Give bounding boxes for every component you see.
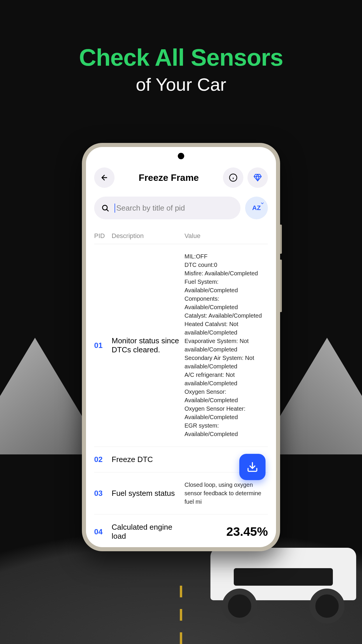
premium-button[interactable] (247, 167, 268, 188)
row-value: Closed loop, using oxygen sensor feedbac… (184, 481, 268, 506)
sort-az-icon: AZ (252, 204, 261, 212)
download-fab[interactable] (239, 454, 266, 480)
camera-dot (178, 153, 184, 159)
table-row[interactable]: 03 Fuel system status Closed loop, using… (94, 473, 268, 514)
table-row[interactable]: 01 Monitor status since DTCs cleared. MI… (94, 244, 268, 447)
phone-side-button (280, 260, 282, 312)
row-value: 23.45% (184, 523, 268, 541)
diamond-icon (253, 173, 262, 182)
row-value: MIL:OFF DTC count:0 Misfire: Available/C… (184, 252, 268, 438)
table-row[interactable]: 04 Calculated engine load 23.45% (94, 514, 268, 547)
pid-table: PID Description Value 01 Monitor status … (86, 225, 276, 547)
row-description: Freeze DTC (112, 455, 184, 464)
table-header: PID Description Value (94, 228, 268, 244)
headline-main: Check All Sensors (0, 44, 362, 71)
phone-screen: Freeze Frame Search by title of pid AZ (86, 147, 276, 547)
row-pid: 02 (94, 455, 112, 464)
header-pid: PID (94, 232, 112, 240)
screen-title: Freeze Frame (139, 172, 199, 183)
headline-sub: of Your Car (0, 74, 362, 95)
row-pid: 04 (94, 527, 112, 536)
search-placeholder: Search by title of pid (115, 204, 185, 213)
header-value: Value (184, 232, 268, 240)
search-row: Search by title of pid AZ (86, 194, 276, 225)
row-pid: 01 (94, 341, 112, 350)
back-button[interactable] (94, 167, 115, 188)
headline: Check All Sensors of Your Car (0, 0, 362, 95)
phone-frame: Freeze Frame Search by title of pid AZ (82, 143, 280, 551)
search-icon (101, 204, 109, 212)
arrow-left-icon (100, 174, 108, 182)
sort-button[interactable]: AZ (245, 197, 268, 219)
row-description: Calculated engine load (112, 523, 184, 541)
download-icon (247, 461, 258, 473)
phone-side-button (280, 225, 282, 254)
header-description: Description (112, 232, 184, 240)
row-description: Monitor status since DTCs cleared. (112, 336, 184, 354)
svg-line-5 (107, 209, 108, 211)
row-pid: 03 (94, 489, 112, 498)
info-button[interactable] (223, 167, 243, 188)
row-description: Fuel system status (112, 489, 184, 498)
info-icon (229, 173, 238, 182)
search-input[interactable]: Search by title of pid (94, 197, 240, 219)
